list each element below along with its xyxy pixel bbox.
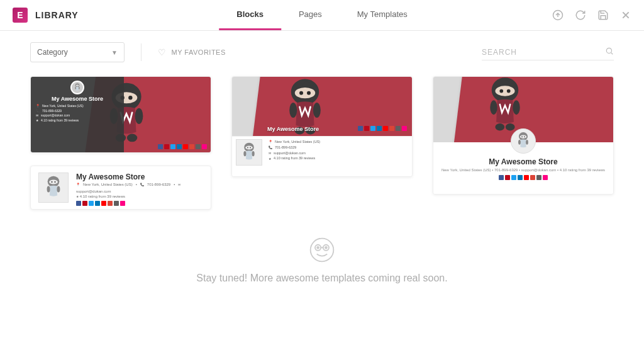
social-icons: [76, 201, 203, 206]
instagram-icon: [536, 175, 541, 180]
template-card-2[interactable]: My Awesome Store 📍New York, United State…: [231, 76, 413, 177]
twitter-icon: [370, 126, 375, 131]
tab-my-templates[interactable]: My Templates: [340, 0, 425, 30]
grid-col-3: My Awesome Store New York, United States…: [433, 76, 614, 195]
gplus-icon: [389, 126, 394, 131]
template-card-4[interactable]: My Awesome Store 📍New York, United State…: [30, 166, 211, 210]
store-meta-line: New York, United States (US) • 701-899-6…: [440, 168, 607, 172]
pin-icon: 📍: [36, 104, 40, 109]
grid-col-1: My Awesome Store 📍New York, United State…: [30, 76, 211, 210]
close-icon[interactable]: [620, 9, 631, 21]
facebook-icon: [499, 175, 504, 180]
favorites-label: MY FAVORITES: [172, 48, 226, 56]
heart-icon: ♡: [158, 47, 167, 57]
linkedin-icon: [518, 175, 523, 180]
twitter-icon: [511, 175, 516, 180]
youtube-icon: [183, 144, 188, 149]
gplus-icon: [189, 144, 194, 149]
ninja-graphic: [479, 77, 531, 132]
store-name: My Awesome Store: [440, 157, 607, 166]
search-field[interactable]: [482, 44, 614, 60]
save-icon[interactable]: [597, 9, 609, 21]
youtube-icon: [524, 175, 529, 180]
gplus-icon: [530, 175, 535, 180]
phone-icon: 📞: [140, 183, 144, 186]
linkedin-icon: [95, 201, 100, 206]
instagram-icon: [114, 201, 119, 206]
pinterest-icon: [82, 201, 87, 206]
pinterest-icon: [364, 126, 369, 131]
mail-icon: ✉: [269, 150, 271, 156]
template-card-3[interactable]: My Awesome Store New York, United States…: [433, 76, 614, 195]
my-favorites-button[interactable]: ♡ MY FAVORITES: [158, 47, 226, 57]
facebook-icon: [76, 201, 81, 206]
search-input[interactable]: [482, 48, 605, 57]
gplus-icon: [108, 201, 113, 206]
social-icons: [158, 144, 207, 149]
youtube-icon: [383, 126, 388, 131]
phone-icon: 📞: [269, 145, 272, 150]
toolbar-divider: [141, 43, 142, 61]
svg-point-22: [317, 247, 319, 249]
refresh-icon[interactable]: [575, 9, 586, 21]
instagram-icon: [196, 144, 201, 149]
library-header: E LIBRARY Blocks Pages My Templates: [0, 0, 644, 31]
svg-line-18: [611, 53, 613, 55]
linkedin-icon: [377, 126, 382, 131]
grid-col-2: My Awesome Store 📍New York, United State…: [231, 76, 413, 177]
tab-blocks[interactable]: Blocks: [219, 0, 281, 30]
svg-point-23: [325, 247, 327, 249]
flickr-icon: [202, 144, 207, 149]
mail-icon: ✉: [36, 113, 38, 118]
store-name: My Awesome Store: [267, 126, 319, 132]
instagram-icon: [396, 126, 401, 131]
elementor-logo-icon: E: [13, 8, 28, 23]
facebook-icon: [158, 144, 163, 149]
svg-point-17: [606, 48, 611, 53]
template-card-1[interactable]: My Awesome Store 📍New York, United State…: [30, 76, 211, 153]
store-name: My Awesome Store: [36, 96, 119, 102]
facebook-icon: [358, 126, 363, 131]
category-dropdown-label: Category: [37, 48, 68, 57]
store-name: My Awesome Store: [76, 172, 203, 181]
templates-grid: My Awesome Store 📍New York, United State…: [0, 76, 644, 210]
footer-message: Stay tuned! More awesome templates comin…: [0, 236, 644, 284]
social-icons: [358, 126, 407, 131]
pin-icon: 📍: [76, 183, 80, 186]
header-tabs: Blocks Pages My Templates: [219, 0, 425, 30]
pin-icon: 📍: [269, 139, 272, 144]
star-icon: ★: [36, 118, 38, 123]
library-title: LIBRARY: [35, 10, 79, 20]
category-dropdown[interactable]: Category ▼: [30, 42, 125, 62]
search-icon: [605, 47, 614, 57]
youtube-icon: [101, 201, 106, 206]
linkedin-icon: [177, 144, 182, 149]
smiley-nerd-icon: [308, 236, 336, 264]
phone-icon: 📞: [36, 109, 40, 114]
twitter-icon: [89, 201, 94, 206]
store-avatar-icon: [236, 139, 262, 166]
mail-icon: ✉: [178, 183, 180, 186]
upload-icon[interactable]: [552, 9, 564, 21]
store-avatar-icon: [511, 128, 536, 154]
store-avatar-icon: [38, 172, 69, 203]
pinterest-icon: [505, 175, 510, 180]
flickr-icon: [120, 201, 125, 206]
social-icons: [440, 175, 607, 180]
footer-text: Stay tuned! More awesome templates comin…: [0, 273, 644, 284]
tab-pages[interactable]: Pages: [281, 0, 340, 30]
pinterest-icon: [164, 144, 169, 149]
twitter-icon: [170, 144, 175, 149]
star-icon: ★: [76, 195, 79, 198]
logo: E LIBRARY: [13, 8, 79, 23]
store-avatar-icon: [70, 81, 84, 94]
svg-point-19: [311, 239, 334, 262]
library-toolbar: Category ▼ ♡ MY FAVORITES: [0, 31, 644, 76]
flickr-icon: [543, 175, 548, 180]
header-actions: [552, 9, 631, 21]
star-icon: ★: [269, 156, 271, 161]
flickr-icon: [402, 126, 407, 131]
chevron-down-icon: ▼: [111, 49, 118, 56]
